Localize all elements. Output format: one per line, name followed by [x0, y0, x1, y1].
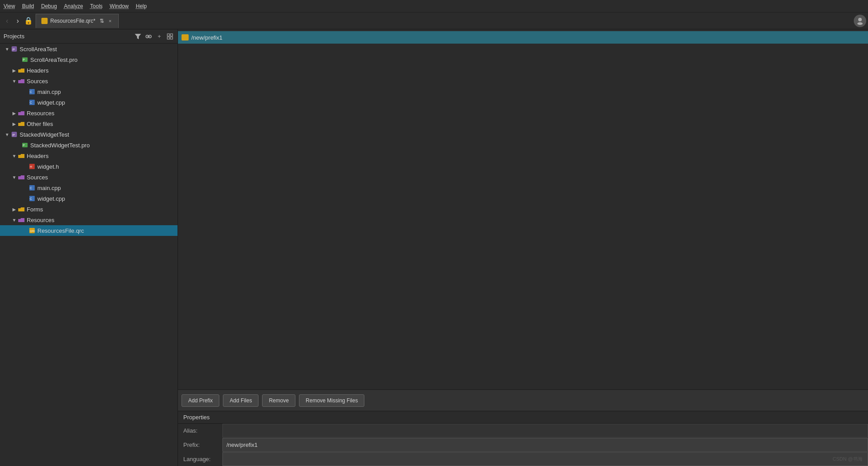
menu-tools[interactable]: Tools: [90, 3, 103, 9]
tree-item-resources-2[interactable]: ▼ Resources: [0, 215, 178, 225]
svg-text:C: C: [30, 186, 32, 190]
panel-title: Projects: [4, 33, 24, 40]
menu-analyze[interactable]: Analyze: [64, 3, 83, 9]
tree-item-forms[interactable]: ▶ Forms: [0, 204, 178, 215]
tab-close-btn[interactable]: ×: [107, 18, 113, 24]
menu-debug[interactable]: Debug: [41, 3, 57, 9]
svg-rect-8: [167, 37, 170, 39]
label-resourcesfile-qrc: ResourcesFile.qrc: [37, 227, 84, 234]
arrow-stackedwidgettest-pro: [14, 142, 21, 149]
icon-headers-2: [18, 152, 25, 159]
svg-text:QRC: QRC: [30, 230, 35, 232]
icon-stackedwidgettest: P: [11, 131, 18, 138]
svg-text:P: P: [12, 133, 15, 137]
link-icon[interactable]: [145, 32, 153, 41]
icon-widget-cpp-2: C: [28, 195, 36, 202]
tab-arrows[interactable]: ⇅: [100, 18, 104, 24]
tree-item-widget-h[interactable]: H widget.h: [0, 161, 178, 172]
tree-item-scrollareatest[interactable]: ▼ P ScrollAreaTest: [0, 44, 178, 54]
arrow-main-cpp-2: [21, 184, 28, 191]
svg-point-1: [857, 22, 863, 25]
add-prefix-button[interactable]: Add Prefix: [182, 394, 219, 407]
tab-nav-forward[interactable]: ›: [12, 16, 23, 26]
label-resources-2: Resources: [27, 217, 54, 223]
arrow-sources-1: ▼: [11, 77, 18, 85]
action-buttons: Add Prefix Add Files Remove Remove Missi…: [178, 389, 868, 411]
arrow-headers-2: ▼: [11, 152, 18, 159]
menu-window[interactable]: Window: [110, 3, 129, 9]
menu-bar: View Build Debug Analyze Tools Window He…: [0, 0, 868, 12]
tab-file-icon: [41, 18, 48, 24]
svg-rect-7: [170, 34, 173, 36]
arrow-main-cpp-1: [21, 88, 28, 95]
prefix-label: Prefix:: [178, 438, 222, 452]
menu-help[interactable]: Help: [136, 3, 147, 9]
icon-resourcesfile-qrc: QRC: [28, 227, 36, 234]
tree-item-resourcesfile-qrc[interactable]: QRC ResourcesFile.qrc: [0, 225, 178, 236]
menu-view[interactable]: View: [4, 3, 15, 9]
svg-text:C: C: [30, 90, 32, 93]
properties-grid: Alias: Prefix: Language:: [178, 424, 868, 466]
icon-scrollareatest: P: [11, 45, 18, 53]
icon-resources-2: [18, 216, 25, 223]
svg-rect-9: [170, 37, 173, 39]
tree-item-sources-1[interactable]: ▼ Sources: [0, 76, 178, 86]
arrow-widget-h: [21, 163, 28, 170]
svg-text:P: P: [23, 144, 25, 147]
icon-headers-1: [18, 67, 25, 74]
layout-icon[interactable]: [166, 32, 174, 41]
arrow-headers-1: ▶: [11, 67, 18, 74]
tree-item-main-cpp-1[interactable]: C main.cpp: [0, 86, 178, 97]
svg-marker-2: [135, 34, 141, 39]
label-main-cpp-2: main.cpp: [37, 185, 61, 191]
label-headers-1: Headers: [27, 67, 48, 74]
tree-item-widget-cpp-1[interactable]: C widget.cpp: [0, 97, 178, 108]
label-scrollareatest: ScrollAreaTest: [20, 46, 57, 53]
label-forms: Forms: [27, 206, 43, 213]
svg-text:P: P: [12, 48, 15, 52]
arrow-otherfiles-1: ▶: [11, 120, 18, 127]
arrow-widget-cpp-1: [21, 99, 28, 106]
tree-container[interactable]: ▼ P ScrollAreaTest P ScrollAreaTest.pro …: [0, 44, 178, 466]
icon-main-cpp-1: C: [28, 88, 36, 95]
qrc-prefix-label: /new/prefix1: [191, 34, 222, 41]
arrow-resourcesfile-qrc: [21, 227, 28, 234]
label-resources-1: Resources: [27, 110, 54, 117]
label-stackedwidgettest: StackedWidgetTest: [20, 131, 69, 138]
main-content: Projects + ▼ P ScrollAreaTest: [0, 29, 868, 466]
tab-nav-back[interactable]: ‹: [2, 16, 12, 26]
remove-missing-files-button[interactable]: Remove Missing Files: [299, 394, 364, 407]
tree-item-otherfiles-1[interactable]: ▶ Other files: [0, 118, 178, 129]
language-input[interactable]: [222, 452, 868, 466]
prefix-input[interactable]: [222, 438, 868, 452]
tree-item-sources-2[interactable]: ▼ Sources: [0, 172, 178, 182]
qrc-prefix-item[interactable]: /new/prefix1: [178, 31, 868, 44]
tree-item-widget-cpp-2[interactable]: C widget.cpp: [0, 193, 178, 204]
tree-item-headers-2[interactable]: ▼ Headers: [0, 150, 178, 161]
add-icon[interactable]: +: [155, 32, 163, 41]
right-panel: /new/prefix1 Add Prefix Add Files Remove…: [178, 29, 868, 466]
tree-item-main-cpp-2[interactable]: C main.cpp: [0, 182, 178, 193]
tab-title: ResourcesFile.qrc*: [50, 18, 95, 24]
tab-lock-btn[interactable]: 🔒: [23, 16, 34, 26]
tree-item-stackedwidgettest-pro[interactable]: P StackedWidgetTest.pro: [0, 140, 178, 150]
add-files-button[interactable]: Add Files: [223, 394, 258, 407]
tree-item-headers-1[interactable]: ▶ Headers: [0, 65, 178, 76]
menu-build[interactable]: Build: [22, 3, 34, 9]
alias-input[interactable]: [222, 424, 868, 438]
left-panel: Projects + ▼ P ScrollAreaTest: [0, 29, 178, 466]
filter-icon[interactable]: [134, 32, 142, 41]
arrow-resources-1: ▶: [11, 109, 18, 117]
icon-widget-h: H: [28, 163, 36, 170]
qrc-tree-area[interactable]: /new/prefix1: [178, 29, 868, 389]
tab-resourcesfile[interactable]: ResourcesFile.qrc* ⇅ ×: [36, 14, 119, 28]
alias-label: Alias:: [178, 424, 222, 438]
tree-item-stackedwidgettest[interactable]: ▼ P StackedWidgetTest: [0, 129, 178, 140]
icon-pro-2: P: [21, 142, 28, 149]
remove-button[interactable]: Remove: [262, 394, 295, 407]
tree-item-scrollareatest-pro[interactable]: P ScrollAreaTest.pro: [0, 54, 178, 65]
label-widget-cpp-2: widget.cpp: [37, 195, 65, 202]
icon-otherfiles-1: [18, 120, 25, 127]
icon-widget-cpp-1: C: [28, 99, 36, 106]
tree-item-resources-1[interactable]: ▶ Resources: [0, 108, 178, 118]
